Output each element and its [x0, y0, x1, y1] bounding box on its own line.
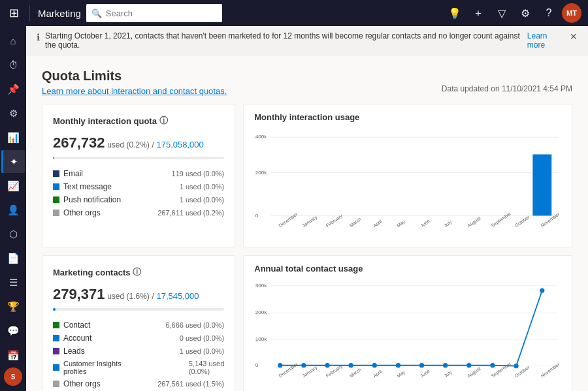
chart-dot-jun — [419, 363, 424, 368]
user-avatar[interactable]: MT — [562, 3, 581, 23]
svg-text:October: October — [514, 214, 531, 228]
chart-dot-apr — [372, 363, 377, 368]
sidebar-item-pin[interactable]: 📌 — [1, 78, 25, 101]
quota-row-text: Text message 1 used (0.0%) — [53, 180, 224, 193]
email-color-dot — [53, 170, 59, 177]
annual-contact-chart-title: Annual total contact usage — [254, 264, 561, 274]
svg-text:April: April — [372, 218, 384, 228]
marketing-contacts-bar — [53, 308, 56, 311]
contact-value: 6,666 used (0.0%) — [165, 321, 224, 329]
sidebar: ⌂ ⏱ 📌 ⚙ 📊 ✦ 📈 👤 ⬡ 📄 ☰ 🏆 💬 📅 S — [0, 26, 26, 391]
monthly-interaction-bar — [53, 157, 54, 159]
waffle-menu-icon[interactable]: ⊞ — [7, 3, 22, 23]
marketing-contacts-numbers: 279,371 used (1.6%) / 17,545,000 — [53, 286, 224, 303]
marketing-contacts-info-icon[interactable]: ⓘ — [133, 266, 141, 278]
app-name: Marketing — [38, 8, 81, 19]
svg-text:100k: 100k — [255, 336, 268, 342]
svg-text:0: 0 — [255, 213, 259, 219]
sidebar-item-home[interactable]: ⌂ — [1, 29, 25, 52]
leads-color-dot — [53, 348, 59, 354]
svg-text:May: May — [396, 219, 407, 228]
svg-text:July: July — [443, 219, 453, 228]
sidebar-item-content[interactable]: 📄 — [1, 247, 25, 270]
account-label: Account — [63, 334, 91, 343]
help-icon[interactable]: ? — [538, 3, 559, 23]
monthly-interaction-number: 267,732 — [53, 134, 105, 151]
nav-divider — [29, 5, 30, 21]
main-content: ℹ Starting October 1, 2021, contacts tha… — [26, 26, 588, 391]
lightbulb-icon[interactable]: 💡 — [444, 3, 465, 23]
quota-row-other-interaction: Other orgs 267,611 used (0.2%) — [53, 206, 224, 219]
chart-dot-jan — [302, 363, 306, 368]
monthly-chart-wrapper: 400k 200k 0 December Jan — [254, 125, 561, 239]
account-color-dot — [53, 335, 59, 341]
sidebar-item-segments[interactable]: ⬡ — [1, 223, 25, 246]
info-banner: ℹ Starting October 1, 2021, contacts tha… — [26, 26, 588, 55]
svg-text:June: June — [419, 218, 431, 228]
sidebar-item-leads[interactable]: 🏆 — [1, 296, 25, 319]
svg-text:June: June — [419, 368, 431, 379]
banner-learn-more-link[interactable]: Learn more — [527, 31, 564, 50]
top-nav: ⊞ Marketing 🔍 💡 ＋ ▽ ⚙ ? MT — [0, 0, 588, 26]
sidebar-item-settings[interactable]: ⚙ — [1, 102, 25, 125]
marketing-contacts-limit: 17,545,000 — [156, 291, 199, 301]
sidebar-item-events[interactable]: 📅 — [1, 344, 25, 367]
november-bar — [533, 154, 552, 215]
search-input[interactable] — [86, 4, 222, 22]
nav-icons: 💡 ＋ ▽ ⚙ ? MT — [444, 3, 581, 23]
page-header-row: Quota Limits Learn more about interactio… — [42, 69, 572, 104]
sidebar-item-recent[interactable]: ⏱ — [1, 54, 25, 76]
monthly-interaction-limit: 175,058,000 — [156, 140, 203, 149]
ci-profiles-label: Customer Insightsprofiles — [63, 360, 122, 375]
monthly-chart-svg: 400k 200k 0 December Jan — [254, 125, 561, 239]
marketing-contacts-separator: / — [152, 292, 154, 301]
settings-icon[interactable]: ⚙ — [515, 3, 536, 23]
monthly-interaction-chart-card: Monthly interaction usage 400k 200k 0 — [243, 104, 572, 247]
quota-row-account: Account 0 used (0.0%) — [53, 332, 224, 345]
sidebar-item-chat[interactable]: 💬 — [1, 320, 25, 343]
svg-text:0: 0 — [255, 362, 259, 368]
other-orgs-contacts-color-dot — [53, 381, 59, 387]
email-label: Email — [63, 169, 83, 178]
leads-label: Leads — [63, 347, 85, 356]
annual-contact-chart-card: Annual total contact usage 300k 200k 100… — [243, 255, 572, 391]
quota-row-contact: Contact 6,666 used (0.0%) — [53, 319, 224, 332]
sidebar-item-chart[interactable]: 📊 — [1, 126, 25, 149]
svg-text:July: July — [443, 369, 453, 379]
monthly-interaction-quota-card: Monthly interaction quota ⓘ 267,732 used… — [42, 104, 235, 247]
ci-profiles-color-dot — [53, 364, 59, 371]
filter-icon[interactable]: ▽ — [491, 3, 512, 23]
marketing-contacts-title: Marketing contacts ⓘ — [53, 266, 224, 278]
annual-chart-line — [280, 290, 542, 366]
sidebar-item-insights[interactable]: ✦ — [1, 150, 25, 173]
page-updated-timestamp: Data updated on 11/10/2021 4:54 PM — [442, 84, 572, 93]
svg-text:March: March — [348, 216, 363, 228]
banner-close-icon[interactable]: ✕ — [570, 31, 578, 42]
account-value: 0 used (0.0%) — [180, 334, 224, 342]
sidebar-item-contacts[interactable]: 👤 — [1, 199, 25, 222]
page-body: Quota Limits Learn more about interactio… — [26, 55, 588, 391]
sidebar-item-list[interactable]: ☰ — [1, 272, 25, 294]
other-orgs-interaction-color-dot — [53, 210, 59, 216]
text-label: Text message — [63, 182, 112, 191]
page-subtitle-link[interactable]: Learn more about interaction and contact… — [42, 86, 227, 96]
monthly-interaction-info-icon[interactable]: ⓘ — [159, 115, 168, 127]
add-icon[interactable]: ＋ — [468, 3, 489, 23]
monthly-interaction-title: Monthly interaction quota ⓘ — [53, 115, 224, 127]
chart-dot-dec — [278, 363, 282, 368]
marketing-contacts-card: Marketing contacts ⓘ 279,371 used (1.6%)… — [42, 255, 235, 391]
svg-text:January: January — [301, 214, 319, 228]
chart-dot-jul — [443, 363, 448, 368]
svg-text:March: March — [348, 366, 363, 379]
sidebar-user-avatar[interactable]: S — [4, 368, 22, 386]
other-orgs-contacts-label: Other orgs — [63, 379, 101, 388]
ci-profiles-value: 5,143 used(0.0%) — [189, 360, 224, 375]
search-container: 🔍 — [86, 4, 335, 22]
sidebar-item-reports[interactable]: 📈 — [1, 174, 25, 197]
svg-text:200k: 200k — [255, 309, 268, 315]
text-value: 1 used (0.0%) — [180, 183, 224, 191]
annual-chart-svg: 300k 200k 100k 0 — [254, 276, 561, 390]
monthly-interaction-used-label: used (0.2%) — [107, 140, 150, 149]
chart-dot-sep — [491, 363, 495, 368]
page-title: Quota Limits — [42, 69, 227, 84]
